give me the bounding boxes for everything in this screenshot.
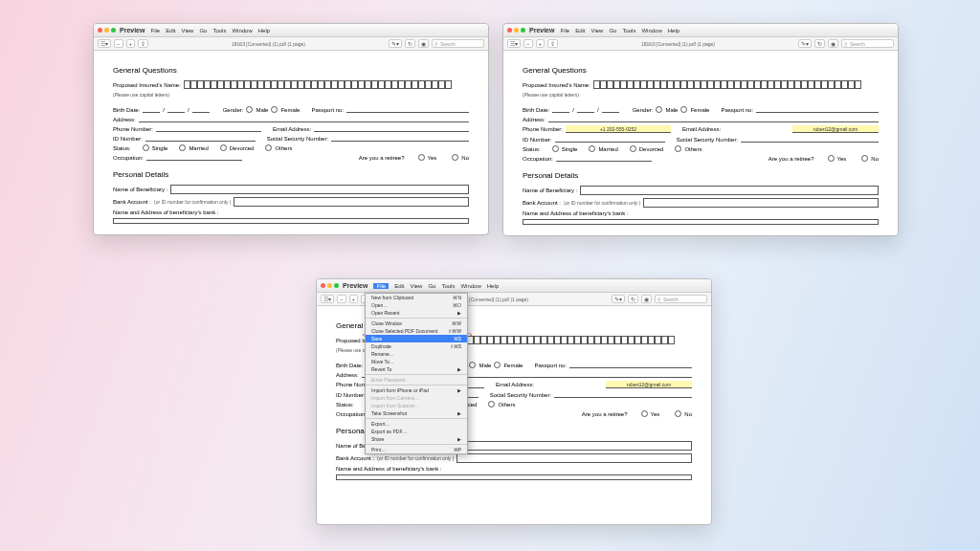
menu-import-scanner: Import from Scanner…	[366, 402, 467, 409]
section-general: General Questions	[113, 66, 469, 75]
menu-rename[interactable]: Rename…	[366, 350, 467, 358]
menu-open[interactable]: Open…⌘O	[366, 301, 467, 309]
pdf-document: General Questions Proposed Insured's Nam…	[94, 51, 488, 234]
bankaddr-box[interactable]	[113, 218, 469, 224]
rotate-button[interactable]: ↻	[405, 39, 415, 48]
close-icon[interactable]	[321, 283, 325, 288]
single-radio[interactable]	[143, 144, 149, 151]
titlebar[interactable]: PreviewFileEditViewGoToolsWindowHelp	[94, 24, 488, 37]
preview-window-blank: PreviewFileEditViewGoToolsWindowHelp ☰▾−…	[93, 23, 489, 235]
beneficiary-box[interactable]	[170, 185, 469, 194]
close-icon[interactable]	[98, 28, 102, 33]
menu-close[interactable]: Close Window⌘W	[366, 320, 467, 327]
minimize-icon[interactable]	[514, 28, 519, 33]
menu-closesel[interactable]: Close Selected PDF Document⇧⌘W	[366, 327, 467, 335]
titlebar[interactable]: PreviewFileEditViewGoToolsWindowHelp	[503, 24, 898, 37]
menu-screenshot[interactable]: Take Screenshot▶	[366, 409, 467, 417]
menu-moveto[interactable]: Move To…	[366, 358, 467, 365]
sidebar-button[interactable]: ☰▾	[98, 39, 111, 48]
others-radio[interactable]	[265, 144, 272, 151]
titlebar[interactable]: PreviewFileEditViewGoToolsWindowHelp	[317, 279, 711, 293]
male-radio[interactable]	[246, 106, 253, 113]
doc-title: 18163 [Converted] (1).pdf (1 page)	[232, 41, 305, 47]
zoom-in-button[interactable]: +	[126, 39, 136, 48]
zoom-out-button[interactable]: −	[114, 39, 123, 48]
file-menu-dropdown: New from Clipboard⌘N Open…⌘O Open Recent…	[365, 293, 468, 454]
menu-import-iphone[interactable]: Import from iPhone or iPad▶	[366, 386, 467, 394]
bank-box[interactable]	[234, 197, 469, 207]
preview-window-filled: PreviewFileEditViewGoToolsWindowHelp ☰▾−…	[502, 23, 899, 236]
yes-radio[interactable]	[418, 154, 425, 161]
minimize-icon[interactable]	[327, 283, 332, 288]
email-value[interactable]: robert12@gmail.com	[606, 381, 692, 388]
close-icon[interactable]	[507, 28, 512, 33]
markup-button[interactable]: ✎▾	[389, 39, 402, 48]
menu-revert[interactable]: Revert To▶	[366, 365, 467, 373]
file-menu-open[interactable]: File	[373, 283, 389, 289]
zoom-icon[interactable]	[334, 283, 339, 288]
female-radio[interactable]	[271, 106, 278, 113]
menu-import-camera: Import from Camera…	[366, 394, 467, 402]
search-input[interactable]: ⚲Search	[432, 39, 484, 48]
menu-print[interactable]: Print…⌘P	[366, 446, 467, 453]
divorced-radio[interactable]	[220, 144, 227, 151]
zoom-icon[interactable]	[111, 28, 116, 33]
phone-value[interactable]: +1 202-555-0252	[566, 125, 671, 133]
menu-save[interactable]: Save⌘S	[366, 335, 467, 342]
toolbar: ☰▾−+⇪ 18163 [Converted] (1).pdf (1 page)…	[94, 37, 488, 51]
menu-share[interactable]: Share▶	[366, 435, 467, 443]
zoom-icon[interactable]	[521, 28, 525, 33]
married-radio[interactable]	[179, 144, 186, 151]
no-radio[interactable]	[452, 154, 458, 161]
name-boxes	[184, 80, 469, 89]
menu-export[interactable]: Export…	[366, 420, 467, 428]
search-icon: ⚲	[434, 41, 438, 47]
menu-password: Enter Password…	[366, 376, 467, 384]
preview-window-menu: PreviewFileEditViewGoToolsWindowHelp ☰▾−…	[316, 278, 712, 525]
minimize-icon[interactable]	[104, 28, 109, 33]
menubar[interactable]: PreviewFileEditViewGoToolsWindowHelp	[120, 27, 270, 33]
share-button[interactable]: ⇪	[138, 39, 148, 48]
section-personal: Personal Details	[113, 170, 469, 179]
email-value[interactable]: robert12@gmail.com	[792, 125, 879, 133]
menu-export-pdf[interactable]: Export as PDF…	[366, 428, 467, 435]
menu-duplicate[interactable]: Duplicate⇧⌘S	[366, 342, 467, 350]
menu-recent[interactable]: Open Recent▶	[366, 309, 467, 317]
menu-new[interactable]: New from Clipboard⌘N	[366, 294, 467, 301]
annotate-button[interactable]: ◉	[418, 39, 429, 48]
